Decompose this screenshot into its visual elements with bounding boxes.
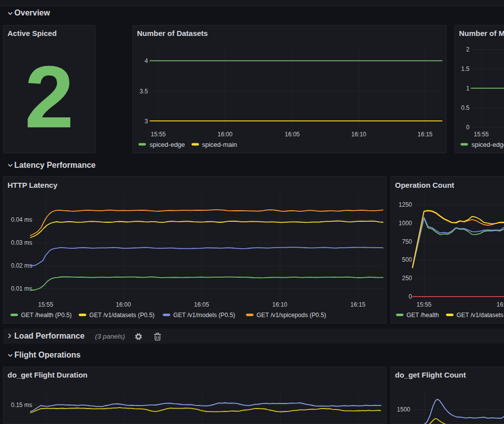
- svg-text:(3 panels): (3 panels): [95, 333, 125, 340]
- svg-text:Latency Performance: Latency Performance: [14, 161, 96, 169]
- svg-text:Overview: Overview: [14, 8, 50, 17]
- svg-text:16:15: 16:15: [418, 131, 432, 138]
- svg-text:1.5: 1.5: [461, 65, 470, 72]
- svg-text:spiced-edge: spiced-edge: [150, 141, 185, 148]
- svg-text:Number of Models: Number of Models: [459, 29, 504, 37]
- svg-text:0.01 ms: 0.01 ms: [11, 285, 32, 292]
- svg-text:16:00: 16:00: [116, 301, 131, 308]
- svg-text:250: 250: [402, 275, 412, 282]
- svg-text:15:55: 15:55: [150, 131, 166, 138]
- svg-text:0.03 ms: 0.03 ms: [11, 239, 32, 246]
- svg-text:GET /health: GET /health: [406, 312, 439, 319]
- svg-text:HTTP Latency: HTTP Latency: [8, 181, 58, 189]
- svg-text:spiced-main: spiced-main: [202, 141, 237, 148]
- svg-text:3.5: 3.5: [140, 88, 148, 95]
- svg-text:Flight Operations: Flight Operations: [14, 351, 81, 359]
- svg-text:GET /health (P0.5): GET /health (P0.5): [21, 312, 72, 319]
- svg-text:750: 750: [402, 238, 412, 245]
- svg-text:15:55: 15:55: [38, 301, 53, 308]
- svg-text:1: 1: [466, 85, 470, 92]
- svg-text:do_get Flight Count: do_get Flight Count: [395, 371, 466, 379]
- svg-text:0.15 ms: 0.15 ms: [11, 402, 32, 409]
- svg-text:16:05: 16:05: [194, 301, 209, 308]
- svg-text:1250: 1250: [398, 201, 412, 208]
- svg-text:GET /v1/datasets (P0.5): GET /v1/datasets (P0.5): [90, 312, 155, 319]
- svg-text:Load Performance: Load Performance: [14, 332, 85, 340]
- svg-text:GET /v1/models (P0.5): GET /v1/models (P0.5): [174, 312, 236, 319]
- svg-text:16:10: 16:10: [351, 131, 366, 138]
- svg-text:spiced-edge: spiced-edge: [472, 141, 504, 148]
- svg-text:16:00: 16:00: [218, 131, 232, 138]
- svg-text:500: 500: [402, 256, 412, 263]
- svg-text:1500: 1500: [397, 406, 410, 413]
- svg-text:0.04 ms: 0.04 ms: [11, 216, 32, 223]
- svg-text:Operation Count: Operation Count: [395, 181, 454, 189]
- svg-text:GET /v1/datasets: GET /v1/datasets: [456, 312, 504, 319]
- svg-text:2: 2: [466, 46, 470, 53]
- svg-text:4: 4: [144, 57, 148, 64]
- svg-text:16:00: 16:00: [496, 301, 504, 308]
- svg-text:0: 0: [466, 124, 470, 131]
- svg-text:16:10: 16:10: [272, 301, 287, 308]
- svg-text:0.02 ms: 0.02 ms: [11, 262, 32, 269]
- svg-text:Number of Datasets: Number of Datasets: [137, 29, 208, 37]
- svg-text:0: 0: [408, 293, 412, 300]
- svg-text:16:15: 16:15: [350, 301, 366, 308]
- svg-text:16:05: 16:05: [284, 131, 300, 138]
- svg-text:Active Spiced: Active Spiced: [8, 29, 56, 37]
- svg-text:0.5: 0.5: [461, 104, 470, 111]
- svg-text:GET /v1/spicepods (P0.5): GET /v1/spicepods (P0.5): [256, 312, 326, 319]
- svg-text:15:55: 15:55: [474, 131, 488, 138]
- svg-text:3: 3: [144, 118, 148, 125]
- svg-text:do_get Flight Duration: do_get Flight Duration: [8, 371, 88, 379]
- svg-text:15:55: 15:55: [416, 301, 432, 308]
- svg-text:1000: 1000: [398, 220, 412, 227]
